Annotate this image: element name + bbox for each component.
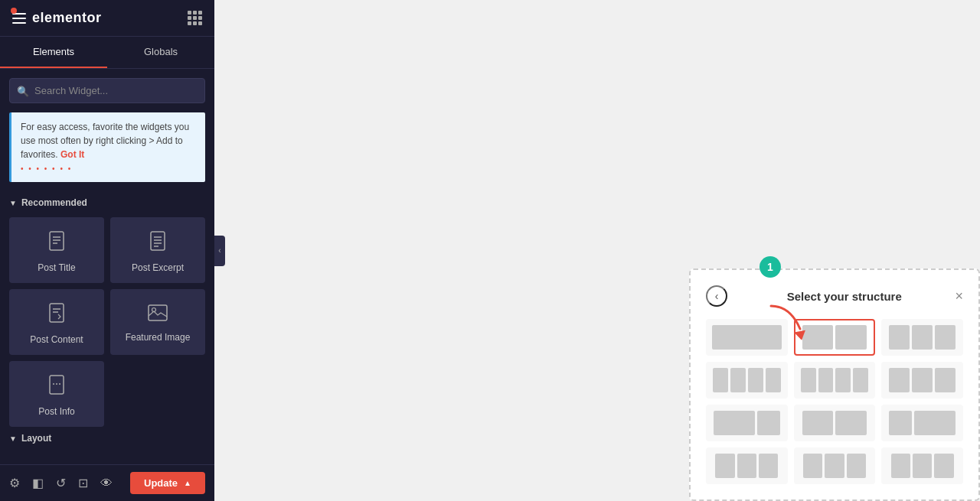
tab-elements[interactable]: Elements [0,37,107,68]
search-box: 🔍 [9,78,205,103]
preview-icon[interactable]: 👁 [100,477,113,490]
widget-post-info[interactable]: Post Info [9,361,104,427]
structure-3col-v2[interactable] [881,362,963,399]
structure-4col[interactable] [706,362,788,399]
red-dot [11,8,17,14]
update-chevron-icon: ▲ [184,479,191,487]
svg-rect-4 [151,232,165,250]
logo-text: elementor [32,10,102,26]
structure-narrow-wide[interactable] [881,405,963,441]
svg-rect-9 [50,304,64,322]
structure-3col[interactable] [881,319,963,356]
widget-post-title[interactable]: Post Title [9,217,104,283]
structure-row-3 [706,405,963,441]
dialog-header: ‹ Select your structure × [706,285,963,307]
toolbar-icons: ⚙ ◧ ↺ ⊡ 👁 [9,476,113,490]
widget-post-content[interactable]: Post Content [9,289,104,355]
structure-equal-2[interactable] [794,405,876,441]
grid-menu-icon[interactable] [188,11,202,25]
structures-container [706,319,963,484]
structure-dialog: 1 ‹ Select your structure × [689,268,980,501]
structure-row-2 [706,362,963,399]
search-icon: 🔍 [17,85,29,96]
main-canvas: 1 ‹ Select your structure × [214,0,980,501]
post-content-icon [47,302,66,328]
layers-icon[interactable]: ◧ [32,476,44,490]
dialog-nav: ‹ [706,285,727,307]
step-badge: 1 [760,256,781,278]
structure-wide-narrow[interactable] [706,405,788,441]
dialog-close-button[interactable]: × [955,288,963,304]
header-left: elementor [12,10,102,26]
structure-3col-v3[interactable] [706,447,788,484]
structure-3col-v4[interactable] [794,447,876,484]
history-icon[interactable]: ↺ [56,476,66,490]
post-excerpt-icon [149,230,167,256]
structure-3col-v5[interactable] [881,447,963,484]
nav-prev-button[interactable]: ‹ [706,285,727,307]
post-info-icon [47,374,66,400]
got-it-link[interactable]: Got It [60,149,84,160]
svg-rect-12 [149,305,167,320]
structure-row-1 [706,319,963,356]
chevron-icon-layout: ▼ [9,434,17,443]
featured-image-icon [148,304,168,326]
tip-box: For easy access, favorite the widgets yo… [9,112,205,182]
structure-4col-v2[interactable] [794,362,876,399]
recommended-widgets-grid: Post Title Post Excerpt Post Content [9,217,205,427]
search-input[interactable] [9,78,205,103]
dialog-title: Select your structure [787,290,902,303]
widget-post-info-label: Post Info [38,406,74,417]
svg-rect-0 [50,232,64,250]
sidebar: elementor Elements Globals 🔍 For easy ac… [0,0,214,501]
section-layout-title[interactable]: ▼ Layout [9,427,205,450]
template-icon[interactable]: ⊡ [78,476,88,490]
widget-post-content-label: Post Content [30,334,83,345]
widget-post-excerpt[interactable]: Post Excerpt [110,217,205,283]
post-title-icon [47,230,66,256]
svg-point-17 [59,383,60,385]
widget-post-excerpt-label: Post Excerpt [132,262,184,273]
svg-point-16 [53,383,54,385]
structure-row-4 [706,447,963,484]
settings-icon[interactable]: ⚙ [9,476,20,490]
section-recommended-title[interactable]: ▼ Recommended [9,191,205,214]
structure-2col[interactable] [794,319,876,356]
bottom-toolbar: ⚙ ◧ ↺ ⊡ 👁 Update ▲ [0,464,214,501]
chevron-icon-recommended: ▼ [9,199,17,207]
structure-1col[interactable] [706,319,788,356]
tip-text: For easy access, favorite the widgets yo… [21,122,189,160]
sidebar-tabs: Elements Globals [0,37,214,69]
hamburger-icon[interactable] [12,13,26,24]
collapse-handle[interactable]: ‹ [214,236,225,266]
widget-post-title-label: Post Title [38,262,75,273]
tab-globals[interactable]: Globals [107,37,214,68]
tip-dots: • • • • • • • [21,163,196,174]
widget-featured-image-label: Featured Image [126,332,191,343]
widget-featured-image[interactable]: Featured Image [110,289,205,355]
svg-point-15 [56,383,57,385]
sidebar-header: elementor [0,0,214,37]
update-button[interactable]: Update ▲ [130,472,205,494]
widgets-area: ▼ Recommended Post Title Post Excerpt [0,191,214,464]
